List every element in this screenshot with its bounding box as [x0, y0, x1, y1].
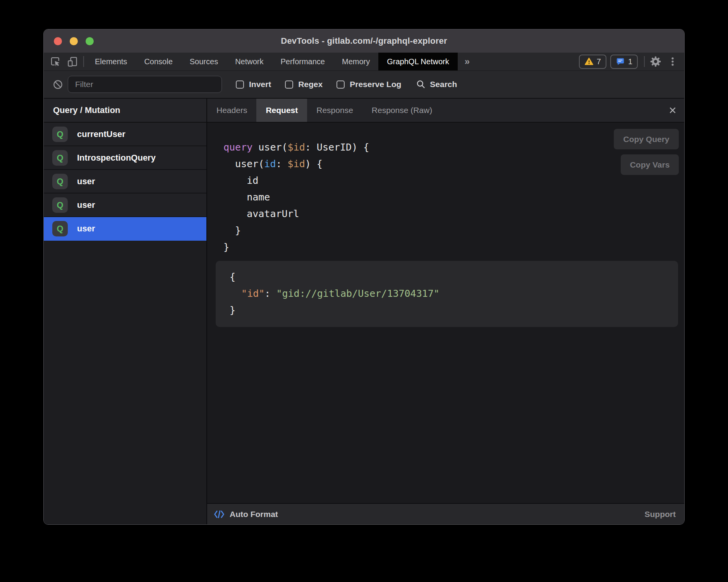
detail-footer: Auto Format Support: [207, 503, 684, 524]
query-type-badge: Q: [52, 150, 68, 166]
traffic-lights: [54, 29, 94, 53]
tab-request[interactable]: Request: [256, 99, 307, 122]
query-name: user: [77, 200, 95, 210]
tab-elements[interactable]: Elements: [86, 53, 136, 70]
tabbar-spacer: [477, 53, 579, 70]
query-type-badge: Q: [52, 221, 68, 236]
copy-vars-button[interactable]: Copy Vars: [621, 154, 679, 175]
query-variables-box: { "id": "gid://gitlab/User/13704317"}: [216, 261, 678, 327]
query-name: currentUser: [77, 129, 125, 139]
devtools-window: DevTools - gitlab.com/-/graphql-explorer…: [43, 29, 685, 525]
checkbox-label: Regex: [298, 80, 323, 89]
query-variables-code: { "id": "gid://gitlab/User/13704317"}: [230, 269, 670, 318]
kebab-menu-icon: [668, 56, 678, 67]
warnings-badge[interactable]: 7: [579, 55, 606, 69]
message-bubble-icon: [616, 57, 625, 66]
tab-console[interactable]: Console: [136, 53, 181, 70]
block-icon: [53, 79, 63, 90]
clear-requests-button[interactable]: [50, 79, 65, 90]
sidebar-header: Query / Mutation: [44, 99, 206, 123]
request-view: query user($id: UserID) { user(id: $id) …: [207, 123, 684, 503]
settings-button[interactable]: [647, 53, 664, 70]
checkbox-box: [236, 80, 244, 89]
tab-performance[interactable]: Performance: [272, 53, 334, 70]
device-toolbar-icon: [67, 56, 78, 67]
tab-network[interactable]: Network: [227, 53, 272, 70]
copy-query-button[interactable]: Copy Query: [614, 129, 679, 149]
more-options-button[interactable]: [664, 53, 681, 70]
main-area: Query / Mutation Q currentUser Q Introsp…: [44, 99, 684, 524]
detail-panel: Headers Request Response Response (Raw) …: [207, 99, 684, 524]
query-list-sidebar: Query / Mutation Q currentUser Q Introsp…: [44, 99, 207, 524]
detail-tabbar: Headers Request Response Response (Raw): [207, 99, 684, 123]
checkbox-box: [285, 80, 293, 89]
inspect-cursor-icon: [50, 56, 61, 67]
tab-response-raw[interactable]: Response (Raw): [362, 99, 441, 122]
search-label: Search: [430, 80, 457, 89]
query-list-item-introspectionquery[interactable]: Q IntrospectionQuery: [44, 146, 206, 170]
tab-response[interactable]: Response: [307, 99, 362, 122]
tab-headers[interactable]: Headers: [207, 99, 256, 122]
query-list-item-user-2[interactable]: Q user: [44, 193, 206, 217]
tab-graphql-network[interactable]: GraphQL Network: [378, 53, 457, 70]
checkbox-box: [337, 80, 345, 89]
devtools-tabbar: Elements Console Sources Network Perform…: [44, 53, 684, 71]
regex-checkbox[interactable]: Regex: [285, 80, 323, 89]
query-name: IntrospectionQuery: [77, 153, 156, 163]
auto-format-label: Auto Format: [230, 510, 278, 519]
auto-format-button[interactable]: Auto Format: [213, 509, 278, 519]
query-type-badge: Q: [52, 127, 68, 142]
minimize-window-button[interactable]: [70, 37, 78, 45]
query-name: user: [77, 224, 95, 234]
query-type-badge: Q: [52, 197, 68, 213]
inspect-element-button[interactable]: [47, 53, 64, 70]
titlebar: DevTools - gitlab.com/-/graphql-explorer: [44, 29, 684, 53]
fullscreen-window-button[interactable]: [86, 37, 94, 45]
support-link[interactable]: Support: [645, 510, 676, 519]
query-list-item-user-1[interactable]: Q user: [44, 170, 206, 193]
invert-checkbox[interactable]: Invert: [236, 80, 271, 89]
toolbar-divider: [83, 56, 84, 67]
query-list-item-currentuser[interactable]: Q currentUser: [44, 123, 206, 146]
issue-count: 1: [628, 57, 632, 66]
code-brackets-icon: [213, 509, 225, 519]
query-list-item-user-3-selected[interactable]: Q user: [44, 217, 206, 241]
warning-count: 7: [597, 57, 601, 66]
badge-divider: [644, 56, 645, 67]
gear-icon: [649, 55, 662, 68]
query-type-badge: Q: [52, 174, 68, 189]
tab-memory[interactable]: Memory: [333, 53, 378, 70]
window-title: DevTools - gitlab.com/-/graphql-explorer: [44, 36, 684, 46]
search-button[interactable]: Search: [416, 79, 457, 89]
checkbox-label: Preserve Log: [350, 80, 401, 89]
filter-toolbar: Invert Regex Preserve Log Search: [44, 71, 684, 99]
device-toolbar-button[interactable]: [64, 53, 81, 70]
tab-sources[interactable]: Sources: [181, 53, 227, 70]
query-list: Q currentUser Q IntrospectionQuery Q use…: [44, 123, 206, 241]
query-name: user: [77, 176, 95, 187]
close-icon: [668, 106, 677, 115]
preserve-log-checkbox[interactable]: Preserve Log: [337, 80, 401, 89]
checkbox-label: Invert: [249, 80, 271, 89]
close-window-button[interactable]: [54, 37, 62, 45]
graphql-query-code: query user($id: UserID) { user(id: $id) …: [207, 123, 684, 255]
more-tabs-button[interactable]: »: [458, 53, 477, 70]
close-detail-button[interactable]: [661, 99, 684, 122]
filter-input[interactable]: [68, 76, 222, 93]
issues-badge[interactable]: 1: [610, 55, 638, 69]
search-icon: [416, 79, 426, 89]
warning-triangle-icon: [584, 57, 594, 66]
